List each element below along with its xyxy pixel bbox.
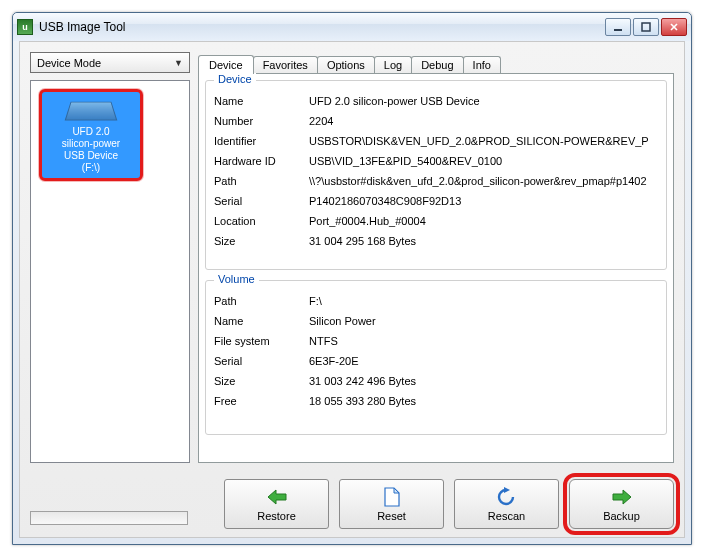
tab-device[interactable]: Device xyxy=(198,55,254,74)
progress-bar xyxy=(30,511,188,525)
value-name: UFD 2.0 silicon-power USB Device xyxy=(309,95,658,107)
chevron-down-icon: ▼ xyxy=(174,58,183,68)
device-list-item-label: UFD 2.0 silicon-power USB Device (F:\) xyxy=(46,126,136,174)
label-size: Size xyxy=(214,235,309,247)
maximize-button[interactable] xyxy=(633,18,659,36)
tab-debug[interactable]: Debug xyxy=(411,56,463,73)
reset-button[interactable]: Reset xyxy=(339,479,444,529)
arrow-right-icon xyxy=(611,486,633,508)
restore-button[interactable]: Restore xyxy=(224,479,329,529)
close-button[interactable] xyxy=(661,18,687,36)
client-area: Device Mode ▼ Device Favorites Options L… xyxy=(19,41,685,538)
value-vol-serial: 6E3F-20E xyxy=(309,355,658,367)
value-vol-name: Silicon Power xyxy=(309,315,658,327)
label-serial: Serial xyxy=(214,195,309,207)
volume-group: Volume PathF:\ NameSilicon Power File sy… xyxy=(205,280,667,435)
device-list[interactable]: UFD 2.0 silicon-power USB Device (F:\) xyxy=(30,80,190,463)
value-number: 2204 xyxy=(309,115,658,127)
label-location: Location xyxy=(214,215,309,227)
mode-select[interactable]: Device Mode ▼ xyxy=(30,52,190,73)
tab-content: Device NameUFD 2.0 silicon-power USB Dev… xyxy=(198,73,674,463)
value-vol-free: 18 055 393 280 Bytes xyxy=(309,395,658,407)
value-vol-fs: NTFS xyxy=(309,335,658,347)
label-hardware-id: Hardware ID xyxy=(214,155,309,167)
label-path: Path xyxy=(214,175,309,187)
label-vol-free: Free xyxy=(214,395,309,407)
tabstrip: Device Favorites Options Log Debug Info xyxy=(198,52,501,73)
app-window: u USB Image Tool Device Mode ▼ Device Fa… xyxy=(12,12,692,545)
value-path: \\?\usbstor#disk&ven_ufd_2.0&prod_silico… xyxy=(309,175,658,187)
rescan-button[interactable]: Rescan xyxy=(454,479,559,529)
value-hardware-id: USB\VID_13FE&PID_5400&REV_0100 xyxy=(309,155,658,167)
label-vol-size: Size xyxy=(214,375,309,387)
value-vol-path: F:\ xyxy=(309,295,658,307)
backup-button[interactable]: Backup xyxy=(569,479,674,529)
label-name: Name xyxy=(214,95,309,107)
arrow-left-icon xyxy=(266,486,288,508)
label-vol-path: Path xyxy=(214,295,309,307)
value-serial: P1402186070348C908F92D13 xyxy=(309,195,658,207)
tab-info[interactable]: Info xyxy=(463,56,501,73)
titlebar[interactable]: u USB Image Tool xyxy=(13,13,691,41)
label-vol-fs: File system xyxy=(214,335,309,347)
mode-select-label: Device Mode xyxy=(37,57,101,69)
value-vol-size: 31 003 242 496 Bytes xyxy=(309,375,658,387)
device-list-item[interactable]: UFD 2.0 silicon-power USB Device (F:\) xyxy=(39,89,143,181)
tab-log[interactable]: Log xyxy=(374,56,412,73)
volume-group-title: Volume xyxy=(214,273,259,285)
value-identifier: USBSTOR\DISK&VEN_UFD_2.0&PROD_SILICON-PO… xyxy=(309,135,658,147)
device-group-title: Device xyxy=(214,73,256,85)
app-icon: u xyxy=(17,19,33,35)
svg-rect-0 xyxy=(614,29,622,31)
page-icon xyxy=(384,486,400,508)
refresh-icon xyxy=(496,486,518,508)
svg-rect-1 xyxy=(642,23,650,31)
label-vol-name: Name xyxy=(214,315,309,327)
label-identifier: Identifier xyxy=(214,135,309,147)
tab-options[interactable]: Options xyxy=(317,56,375,73)
window-title: USB Image Tool xyxy=(39,20,605,34)
button-bar: Restore Reset Rescan Backup xyxy=(30,469,674,529)
tab-favorites[interactable]: Favorites xyxy=(253,56,318,73)
label-vol-serial: Serial xyxy=(214,355,309,367)
svg-marker-8 xyxy=(613,490,631,504)
value-size: 31 004 295 168 Bytes xyxy=(309,235,658,247)
usb-device-icon xyxy=(65,102,118,121)
value-location: Port_#0004.Hub_#0004 xyxy=(309,215,658,227)
label-number: Number xyxy=(214,115,309,127)
svg-marker-7 xyxy=(504,487,510,493)
minimize-button[interactable] xyxy=(605,18,631,36)
svg-marker-6 xyxy=(394,488,399,493)
svg-marker-4 xyxy=(268,490,286,504)
device-group: Device NameUFD 2.0 silicon-power USB Dev… xyxy=(205,80,667,270)
